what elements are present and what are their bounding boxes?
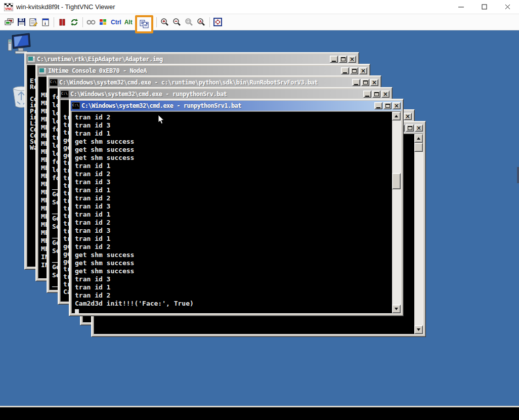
toolbar-separator: [156, 17, 157, 27]
maximize-icon: [482, 4, 487, 10]
close-icon: ×: [383, 92, 388, 97]
app-maximize-button[interactable]: [472, 0, 496, 14]
scrollbar-thumb[interactable]: [392, 173, 401, 189]
terminal-line: tran id 3: [75, 275, 392, 283]
app-window-icon: [38, 67, 47, 74]
close-button[interactable]: ×: [381, 91, 390, 98]
scroll-down-button[interactable]: [414, 325, 423, 334]
terminal-line: tran id 2: [75, 194, 392, 202]
close-button[interactable]: ×: [415, 124, 423, 132]
close-button[interactable]: ×: [370, 79, 378, 86]
connection-info-button[interactable]: i: [39, 16, 52, 29]
scroll-up-button[interactable]: [392, 112, 401, 120]
terminal-line: tran id 1: [75, 186, 392, 194]
maximize-icon: [341, 57, 345, 61]
refresh-icon: [70, 18, 78, 26]
close-button[interactable]: ×: [359, 67, 367, 74]
window-robot-titlebar[interactable]: C:\ C:\Windows\system32\cmd.exe - c:\run…: [49, 77, 379, 88]
terminal-line: tran id 1: [75, 283, 392, 291]
minimize-button[interactable]: [330, 56, 338, 63]
minimize-icon: [376, 107, 380, 108]
window-intime-titlebar[interactable]: INtime Console 0xEB70 - NodeA ×: [37, 66, 368, 76]
close-icon: [505, 4, 510, 10]
minimize-button[interactable]: [352, 79, 360, 86]
options-icon: [29, 18, 37, 26]
maximize-button[interactable]: [350, 67, 358, 74]
maximize-icon: [408, 126, 412, 130]
minimize-button[interactable]: [363, 91, 371, 98]
window-title: C:\Windows\system32\cmd.exe - runpythonS…: [70, 91, 362, 98]
minimize-button[interactable]: [341, 67, 349, 74]
terminal-cursor: [75, 309, 79, 314]
maximize-icon: [352, 69, 357, 73]
terminal-line: tran id 1: [75, 130, 392, 138]
zoom-100-button[interactable]: [183, 16, 195, 29]
minimize-button[interactable]: [374, 102, 382, 109]
maximize-button[interactable]: [339, 56, 347, 63]
new-connection-icon: [5, 18, 14, 26]
connection-options-button[interactable]: [27, 16, 39, 29]
terminal-line: tran id 2: [75, 113, 392, 121]
app-title: win-kvitskd8f9t - TightVNC Viewer: [16, 3, 115, 11]
ctrl-esc-button[interactable]: [97, 16, 109, 29]
zoom-out-icon: [172, 18, 181, 26]
window-title: INtime Console 0xEB70 - NodeA: [48, 67, 339, 74]
maximize-button[interactable]: [406, 124, 414, 132]
ctrl-key-button[interactable]: Ctrl: [109, 19, 123, 26]
mouse-cursor: [158, 114, 165, 124]
maximize-button[interactable]: [372, 91, 380, 98]
pause-icon: [59, 19, 65, 26]
app-close-button[interactable]: [496, 0, 519, 14]
scroll-down-button[interactable]: [392, 305, 401, 313]
maximize-button[interactable]: [361, 79, 369, 86]
ctrl-alt-del-icon: [87, 19, 96, 26]
window-title: C:\Windows\system32\cmd.exe - c:\runtime…: [59, 79, 351, 86]
close-icon: ×: [361, 68, 366, 73]
full-screen-button[interactable]: [212, 16, 224, 29]
alt-key-button[interactable]: Alt: [123, 19, 134, 26]
window-python-srv1[interactable]: C:\ C:\Windows\system32\cmd.exe - runpyt…: [69, 99, 404, 316]
svg-text:A: A: [199, 19, 202, 24]
app-titlebar[interactable]: VNC win-kvitskd8f9t - TightVNC Viewer: [0, 0, 519, 14]
terminal-line: get shm success: [75, 154, 392, 162]
window-adapter-titlebar[interactable]: C:\runtime\rtk\EipAdapter\Adapter.img ×: [26, 54, 357, 64]
close-icon: ×: [350, 57, 355, 62]
maximize-icon: [363, 80, 368, 85]
pause-button[interactable]: [56, 16, 68, 29]
terminal-line: tran id 2: [75, 170, 392, 178]
scroll-up-button[interactable]: [414, 134, 423, 143]
ctrl-alt-del-button[interactable]: [85, 16, 97, 29]
terminal-line: get shm success: [75, 251, 392, 259]
zoom-in-icon: [160, 18, 169, 26]
refresh-button[interactable]: [68, 16, 80, 29]
zoom-auto-icon: A: [197, 18, 205, 26]
window-python-srv-titlebar[interactable]: C:\ C:\Windows\system32\cmd.exe - runpyt…: [60, 89, 391, 99]
maximize-icon: [374, 92, 379, 96]
minimize-icon: [365, 96, 369, 97]
close-button[interactable]: ×: [348, 56, 356, 63]
window-python-srv1-titlebar[interactable]: C:\ C:\Windows\system32\cmd.exe - runpyt…: [71, 101, 402, 111]
cmd-icon: C:\: [61, 91, 69, 98]
app-minimize-button[interactable]: [449, 0, 472, 14]
close-icon: ×: [394, 103, 399, 108]
cmd-icon: C:\: [72, 102, 80, 109]
terminal-line: tran id 3: [75, 178, 392, 186]
save-session-button[interactable]: [15, 16, 27, 29]
close-icon: ×: [372, 80, 377, 85]
scrollbar-thumb[interactable]: [414, 143, 423, 152]
new-connection-button[interactable]: [3, 16, 15, 29]
terminal-line: tran id 2: [75, 291, 392, 300]
maximize-button[interactable]: [383, 102, 392, 109]
zoom-out-button[interactable]: [171, 16, 183, 29]
close-button[interactable]: ×: [393, 102, 401, 109]
terminal-line: tran id 1: [75, 211, 392, 219]
arrow-down-icon: [395, 308, 398, 310]
file-transfer-button[interactable]: [138, 18, 150, 31]
toolbar: i Ctrl Alt: [0, 14, 519, 30]
zoom-auto-button[interactable]: A: [195, 16, 207, 29]
vertical-scrollbar[interactable]: [392, 112, 401, 313]
zoom-in-button[interactable]: [159, 16, 171, 29]
close-button[interactable]: ×: [404, 113, 412, 120]
vertical-scrollbar[interactable]: [414, 134, 423, 334]
svg-text:VNC: VNC: [5, 7, 13, 11]
